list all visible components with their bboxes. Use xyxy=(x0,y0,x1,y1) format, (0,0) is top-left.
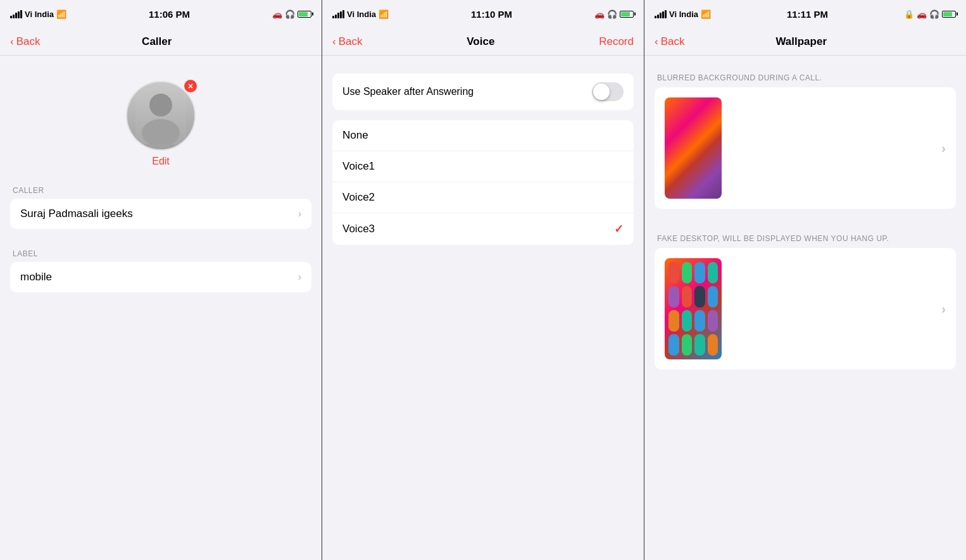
svg-rect-2 xyxy=(135,87,186,144)
label-field[interactable]: mobile › xyxy=(10,262,311,292)
voice-option-3[interactable]: Voice3 ✓ xyxy=(332,213,634,245)
voice-option-none-label: None xyxy=(342,129,368,142)
voice-options-list: None Voice1 Voice2 Voice3 ✓ xyxy=(332,120,634,245)
status-right-2: 🚗 🎧 xyxy=(594,9,634,19)
caller-content: × Edit CALLER Suraj Padmasali igeeks › L… xyxy=(0,56,322,560)
back-chevron-2: ‹ xyxy=(332,35,336,48)
back-button-1[interactable]: ‹ Back xyxy=(10,35,40,48)
car-icon-3: 🚗 xyxy=(917,9,927,19)
page-title-3: Wallpaper xyxy=(775,35,827,48)
caller-screen: Vi India 📶 11:06 PM 🚗 🎧 ‹ Back Caller xyxy=(0,0,322,560)
time-1: 11:06 PM xyxy=(149,9,190,20)
caller-value: Suraj Padmasali igeeks xyxy=(20,208,133,220)
background-wallpaper-section: BLURRED BACKGROUND DURING A CALL. › xyxy=(644,68,966,234)
checkmark-icon: ✓ xyxy=(614,222,624,236)
voice-content: Use Speaker after Answering None Voice1 … xyxy=(322,56,644,560)
desktop-label: FAKE DESKTOP, WILL BE DISPLAYED WHEN YOU… xyxy=(655,234,956,243)
carrier-label-1: Vi India xyxy=(25,9,54,19)
signal-icon-2 xyxy=(332,10,344,18)
background-wallpaper-card[interactable]: › xyxy=(655,87,956,209)
avatar-remove-button[interactable]: × xyxy=(183,78,198,94)
status-right-1: 🚗 🎧 xyxy=(272,9,311,19)
desktop-wallpaper-section: FAKE DESKTOP, WILL BE DISPLAYED WHEN YOU… xyxy=(644,234,966,395)
nav-bar-1: ‹ Back Caller xyxy=(0,28,322,56)
carrier-label-2: Vi India xyxy=(347,9,376,19)
app-icon-4 xyxy=(708,262,718,283)
headphone-icon-1: 🎧 xyxy=(285,9,295,19)
status-right-3: 🔒 🚗 🎧 xyxy=(904,9,956,19)
app-icon-3 xyxy=(694,262,705,283)
label-section-label: LABEL xyxy=(10,249,311,258)
toggle-thumb xyxy=(593,84,610,100)
lock-icon-3: 🔒 xyxy=(904,9,914,19)
background-wallpaper-chevron-icon: › xyxy=(941,141,946,156)
time-3: 11:11 PM xyxy=(787,9,828,20)
close-icon: × xyxy=(188,81,193,91)
page-title-2: Voice xyxy=(467,35,494,48)
back-chevron-3: ‹ xyxy=(655,35,658,48)
caller-section-label: CALLER xyxy=(10,186,311,195)
status-bar-1: Vi India 📶 11:06 PM 🚗 🎧 xyxy=(0,0,322,28)
label-value: mobile xyxy=(20,271,52,283)
desktop-wallpaper-card[interactable]: › xyxy=(655,248,956,370)
car-icon-2: 🚗 xyxy=(594,9,605,19)
headphone-icon-2: 🎧 xyxy=(607,9,617,19)
time-2: 11:10 PM xyxy=(471,9,512,20)
app-icon-16 xyxy=(708,334,718,356)
desktop-wallpaper-thumb xyxy=(665,258,722,359)
status-left-2: Vi India 📶 xyxy=(332,9,389,19)
speaker-toggle-card: Use Speaker after Answering xyxy=(332,73,634,110)
app-icon-12 xyxy=(708,310,718,332)
avatar-wrapper: × xyxy=(126,81,196,151)
wallpaper-gradient xyxy=(665,97,722,199)
app-icon-9 xyxy=(668,310,679,332)
label-chevron-icon: › xyxy=(298,271,301,283)
battery-icon-1 xyxy=(298,11,311,18)
back-label-2: Back xyxy=(339,35,363,48)
speaker-label: Use Speaker after Answering xyxy=(342,86,474,97)
status-left-3: Vi India 📶 xyxy=(655,9,711,19)
caller-field[interactable]: Suraj Padmasali igeeks › xyxy=(10,199,311,229)
back-label-3: Back xyxy=(661,35,685,48)
signal-icon-1 xyxy=(10,10,22,18)
headphone-icon-3: 🎧 xyxy=(929,9,939,19)
avatar-section: × Edit xyxy=(0,68,322,186)
app-icon-13 xyxy=(668,334,679,356)
desktop-wallpaper-chevron-icon: › xyxy=(941,302,946,316)
status-left-1: Vi India 📶 xyxy=(10,9,66,19)
status-bar-3: Vi India 📶 11:11 PM 🔒 🚗 🎧 xyxy=(644,0,966,28)
back-button-3[interactable]: ‹ Back xyxy=(655,35,684,48)
speaker-toggle[interactable] xyxy=(592,82,624,101)
label-form-section: LABEL mobile › xyxy=(0,249,322,313)
back-button-2[interactable]: ‹ Back xyxy=(332,35,362,48)
wallpaper-content: BLURRED BACKGROUND DURING A CALL. › FAKE… xyxy=(644,56,966,560)
app-icon-10 xyxy=(682,310,693,332)
caller-form-section: CALLER Suraj Padmasali igeeks › xyxy=(0,186,322,249)
background-wallpaper-thumb xyxy=(665,97,722,199)
app-icon-8 xyxy=(708,286,718,308)
battery-icon-3 xyxy=(942,11,956,18)
page-title-1: Caller xyxy=(142,35,172,48)
back-label-1: Back xyxy=(16,35,41,48)
back-chevron-1: ‹ xyxy=(10,35,14,48)
voice-option-1[interactable]: Voice1 xyxy=(332,151,634,182)
wallpaper-screen: Vi India 📶 11:11 PM 🔒 🚗 🎧 ‹ Back Wallpap… xyxy=(644,0,966,560)
avatar-image xyxy=(127,82,194,149)
voice-option-2[interactable]: Voice2 xyxy=(332,182,634,213)
app-icon-6 xyxy=(682,286,693,308)
status-bar-2: Vi India 📶 11:10 PM 🚗 🎧 xyxy=(322,0,644,28)
carrier-label-3: Vi India xyxy=(669,9,698,19)
app-icon-1 xyxy=(668,262,679,283)
nav-bar-2: ‹ Back Voice Record xyxy=(322,28,644,56)
record-button[interactable]: Record xyxy=(599,35,634,48)
edit-avatar-button[interactable]: Edit xyxy=(152,156,170,167)
person-silhouette xyxy=(135,87,186,144)
background-label: BLURRED BACKGROUND DURING A CALL. xyxy=(655,73,956,82)
voice-option-1-label: Voice1 xyxy=(342,160,375,173)
wifi-icon-1: 📶 xyxy=(56,9,66,19)
app-icon-5 xyxy=(668,286,679,308)
wifi-icon-3: 📶 xyxy=(701,9,711,19)
voice-screen: Vi India 📶 11:10 PM 🚗 🎧 ‹ Back Voice Rec… xyxy=(322,0,644,560)
caller-chevron-icon: › xyxy=(298,208,301,220)
voice-option-none[interactable]: None xyxy=(332,120,634,151)
